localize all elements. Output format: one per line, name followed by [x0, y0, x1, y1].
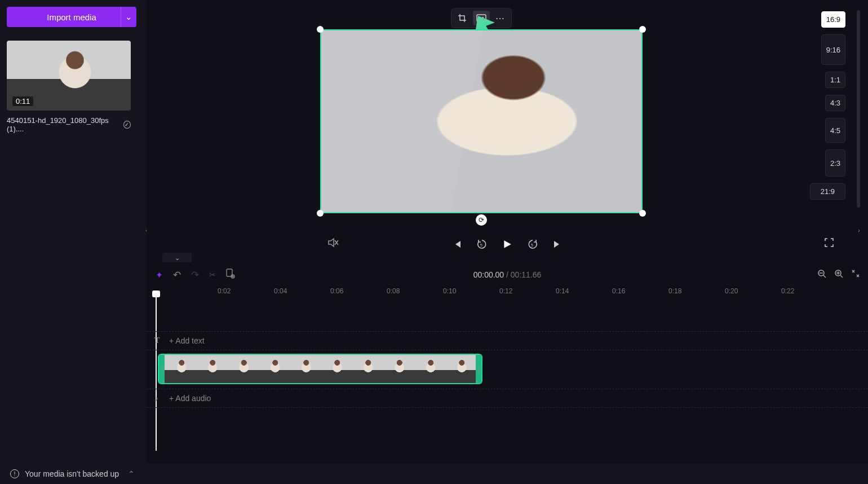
video-clip[interactable]: || ||	[158, 354, 482, 384]
tracks: T + Add text || || ♪ + Add audio	[147, 303, 868, 408]
next-frame-button[interactable]	[553, 240, 562, 249]
ruler-tick: 0:20	[725, 287, 738, 295]
aspect-label: 1:1	[830, 76, 840, 84]
ruler-tick: 0:02	[218, 287, 231, 295]
canvas[interactable]: ⟳	[320, 29, 643, 213]
media-item[interactable]: 0:11 4540151-hd_1920_1080_30fps (1).... …	[7, 41, 131, 133]
timeline-toolbar: ✦ ↶ ↷ ✂ 00:00.00 / 00:11.66	[147, 262, 868, 287]
more-options-button[interactable]: ⋯	[492, 11, 509, 25]
next-icon	[553, 240, 562, 249]
svg-text:5: 5	[480, 243, 482, 247]
chevron-down-icon: ⌄	[175, 254, 180, 262]
timeline-ruler[interactable]: 0:020:040:060:080:100:120:140:160:180:20…	[156, 287, 868, 298]
aspect-4-3[interactable]: 4:3	[825, 95, 845, 111]
status-bar: ! Your media isn't backed up ⌃	[0, 464, 868, 484]
ruler-tick: 0:16	[612, 287, 625, 295]
resize-handle-tl[interactable]	[317, 26, 324, 33]
canvas-toolbar: ⋯	[451, 8, 512, 28]
sparkle-icon: ✦	[156, 270, 163, 280]
media-duration: 0:11	[12, 96, 33, 106]
text-track[interactable]: T + Add text	[147, 331, 868, 350]
aspect-label: 4:3	[830, 99, 840, 107]
time-separator: /	[504, 270, 511, 279]
zoom-in-button[interactable]	[834, 269, 843, 280]
rotate-handle[interactable]: ⟳	[476, 214, 487, 226]
play-icon	[502, 239, 512, 249]
add-text-label: + Add text	[169, 336, 205, 345]
media-synced-icon: ✓	[123, 121, 131, 129]
svg-line-9	[823, 275, 826, 278]
resize-handle-tr[interactable]	[639, 26, 646, 33]
resize-handle-bl[interactable]	[317, 210, 324, 217]
clip-trim-right[interactable]: ||	[476, 355, 481, 383]
scissors-icon: ✂	[209, 270, 216, 279]
aspect-2-3[interactable]: 2:3	[825, 149, 845, 177]
fullscreen-button[interactable]	[824, 237, 834, 250]
skip-forward-5-button[interactable]: 5	[527, 239, 538, 250]
fit-button[interactable]	[473, 11, 490, 25]
copy-button[interactable]	[226, 269, 235, 281]
fullscreen-icon	[824, 237, 834, 248]
resize-handle-br[interactable]	[639, 210, 646, 217]
video-track[interactable]: || ||	[147, 353, 868, 386]
status-expand[interactable]: ⌃	[128, 469, 135, 478]
undo-icon: ↶	[173, 270, 181, 280]
aspect-9-16[interactable]: 9:16	[821, 34, 845, 65]
ruler-tick: 0:06	[330, 287, 343, 295]
skip-back-5-button[interactable]: 5	[476, 239, 488, 250]
status-message: Your media isn't backed up	[25, 469, 119, 478]
timecode: 00:00.00 / 00:11.66	[473, 270, 542, 279]
ruler-tick: 0:22	[781, 287, 794, 295]
clip-trim-left[interactable]: ||	[159, 355, 165, 383]
zoom-in-icon	[834, 269, 843, 278]
media-thumbnail[interactable]: 0:11	[7, 41, 131, 111]
undo-button[interactable]: ↶	[173, 269, 181, 281]
rotate-icon: ⟳	[479, 216, 484, 224]
aspect-label: 9:16	[826, 46, 840, 54]
ruler-tick: 0:12	[499, 287, 512, 295]
import-media-button[interactable]: Import media ⌄	[7, 7, 136, 27]
svg-text:5: 5	[531, 243, 533, 247]
aspect-21-9[interactable]: 21:9	[810, 183, 845, 200]
zoom-fit-button[interactable]	[851, 269, 860, 280]
aspect-1-1[interactable]: 1:1	[825, 72, 845, 88]
aspect-16-9[interactable]: 16:9	[821, 11, 845, 28]
aspect-label: 21:9	[821, 187, 835, 196]
clip-frames	[165, 355, 476, 383]
toggle-timeline-button[interactable]: ⌄	[162, 253, 192, 263]
warning-icon: !	[10, 469, 19, 478]
aspect-4-5[interactable]: 4:5	[825, 118, 845, 143]
media-panel: Import media ⌄ 0:11 4540151-hd_1920_1080…	[0, 0, 147, 484]
ruler-tick: 0:18	[668, 287, 681, 295]
preview-scrollbar[interactable]	[857, 10, 860, 208]
import-media-dropdown[interactable]: ⌄	[121, 7, 136, 27]
ai-sparkle-button[interactable]: ✦	[156, 270, 163, 280]
canvas-clip[interactable]	[320, 29, 643, 213]
crop-button[interactable]	[454, 11, 471, 25]
text-icon: T	[154, 336, 160, 345]
split-button[interactable]: ✂	[209, 270, 216, 280]
redo-button[interactable]: ↷	[191, 269, 199, 281]
audio-track[interactable]: ♪ + Add audio	[147, 389, 868, 408]
zoom-fit-icon	[851, 269, 860, 278]
preview-area: ⋯ ⟳ 5 5	[147, 0, 868, 262]
skip-back-icon: 5	[476, 239, 488, 250]
more-icon: ⋯	[495, 13, 506, 24]
copy-icon	[226, 269, 235, 279]
ruler-tick: 0:14	[556, 287, 569, 295]
fit-icon	[476, 14, 486, 22]
chevron-down-icon: ⌄	[125, 12, 132, 22]
timeline: ✦ ↶ ↷ ✂ 00:00.00 / 00:11.66 0:020:040:06…	[147, 262, 868, 464]
zoom-out-button[interactable]	[817, 269, 826, 280]
playback-controls: 5 5	[147, 233, 868, 256]
timeline-zoom-controls	[817, 269, 860, 280]
audio-icon: ♪	[154, 394, 158, 403]
media-filename: 4540151-hd_1920_1080_30fps (1)....	[7, 116, 120, 133]
play-button[interactable]	[502, 239, 512, 249]
chevron-right-icon: ›	[858, 227, 860, 234]
total-time: 00:11.66	[511, 270, 542, 279]
ruler-tick: 0:10	[443, 287, 456, 295]
previous-frame-button[interactable]	[453, 240, 462, 249]
aspect-ratio-list: 16:9 9:16 1:1 4:3 4:5 2:3 21:9	[810, 11, 845, 200]
collapse-right-panel-button[interactable]: ›	[853, 225, 865, 236]
